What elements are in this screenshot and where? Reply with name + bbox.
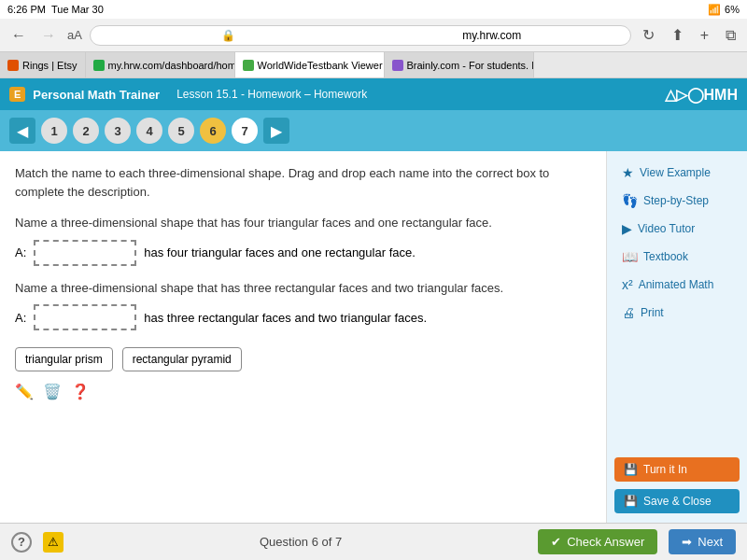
check-icon: ✔ bbox=[551, 535, 561, 549]
help-icon-button[interactable]: ❓ bbox=[71, 383, 90, 400]
bottom-bar: ? ⚠ Question 6 of 7 ✔ Check Answer ➡ Nex… bbox=[0, 523, 747, 560]
reader-button[interactable]: aA bbox=[67, 28, 82, 42]
question-btn-5[interactable]: 5 bbox=[168, 118, 194, 144]
next-icon: ➡ bbox=[682, 535, 692, 549]
question-btn-3[interactable]: 3 bbox=[105, 118, 131, 144]
browser-chrome: ← → aA 🔒 my.hrw.com ↻ ⬆ + ⧉ bbox=[0, 19, 747, 52]
textbook-button[interactable]: 📖 Textbook bbox=[614, 245, 740, 269]
tab-hrw-icon bbox=[93, 60, 105, 71]
question2-prompt: Name a three-dimensional shape that has … bbox=[15, 279, 591, 298]
video-tutor-icon: ▶ bbox=[622, 221, 632, 236]
tab-hrw-label: my.hrw.com/dashboard/home bbox=[108, 60, 235, 71]
tabs-button[interactable]: ⧉ bbox=[722, 25, 740, 46]
back-button[interactable]: ← bbox=[7, 25, 30, 46]
right-panel: ★ View Example 👣 Step-by-Step ▶ Video Tu… bbox=[607, 151, 747, 523]
animated-math-button[interactable]: x² Animated Math bbox=[614, 273, 740, 297]
tab-testbank-label: WorldWideTestbank Viewer bbox=[258, 60, 383, 71]
question-counter: Question 6 of 7 bbox=[75, 535, 527, 549]
check-answer-button[interactable]: ✔ Check Answer bbox=[538, 529, 657, 554]
instruction: Match the name to each three-dimensional… bbox=[15, 164, 591, 201]
question-btn-2[interactable]: 2 bbox=[73, 118, 99, 144]
url: my.hrw.com bbox=[363, 29, 621, 42]
time: 6:26 PM bbox=[7, 4, 46, 15]
save-close-icon: 💾 bbox=[624, 495, 638, 508]
drag-chips: triangular prism rectangular pyramid bbox=[15, 347, 591, 371]
question1-prompt: Name a three-dimensional shape that has … bbox=[15, 214, 591, 232]
wifi-icon: 📶 bbox=[708, 4, 721, 16]
tab-testbank[interactable]: WorldWideTestbank Viewer bbox=[235, 52, 385, 77]
video-tutor-button[interactable]: ▶ Video Tutor bbox=[614, 217, 740, 241]
question1-a-label: A: bbox=[15, 245, 26, 259]
video-tutor-label: Video Tutor bbox=[638, 222, 695, 235]
next-question-button[interactable]: ▶ bbox=[263, 118, 289, 144]
chip-rectangular-pyramid[interactable]: rectangular pyramid bbox=[122, 347, 242, 371]
battery: 6% bbox=[725, 4, 740, 15]
question1-drop-box[interactable] bbox=[34, 240, 136, 266]
save-close-label: Save & Close bbox=[643, 495, 712, 508]
left-panel: Match the name to each three-dimensional… bbox=[0, 151, 607, 523]
hmh-logo: △▷◯HMH bbox=[665, 86, 738, 104]
tab-brainly-label: Brainly.com - For students. By st... bbox=[407, 60, 534, 71]
textbook-label: Textbook bbox=[643, 250, 688, 263]
textbook-icon: 📖 bbox=[622, 249, 638, 264]
app-header: E Personal Math Trainer Lesson 15.1 - Ho… bbox=[0, 78, 747, 110]
address-bar[interactable]: 🔒 my.hrw.com bbox=[90, 25, 631, 46]
question2-a-label: A: bbox=[15, 311, 26, 325]
prev-question-button[interactable]: ◀ bbox=[9, 118, 35, 144]
reload-button[interactable]: ↻ bbox=[639, 24, 658, 46]
save-close-button[interactable]: 💾 Save & Close bbox=[614, 489, 740, 513]
step-by-step-label: Step-by-Step bbox=[643, 194, 709, 207]
tab-testbank-icon bbox=[243, 60, 254, 71]
app-name: Personal Math Trainer bbox=[33, 88, 160, 102]
print-button[interactable]: 🖨 Print bbox=[614, 301, 740, 325]
step-by-step-icon: 👣 bbox=[622, 193, 638, 208]
turn-in-label: Turn it In bbox=[643, 463, 687, 476]
pencil-button[interactable]: ✏️ bbox=[15, 383, 34, 400]
view-example-icon: ★ bbox=[622, 165, 634, 180]
main-content: Match the name to each three-dimensional… bbox=[0, 151, 747, 523]
tab-etsy-icon bbox=[7, 60, 19, 71]
view-example-button[interactable]: ★ View Example bbox=[614, 161, 740, 185]
step-by-step-button[interactable]: 👣 Step-by-Step bbox=[614, 189, 740, 213]
animated-math-icon: x² bbox=[622, 277, 633, 292]
question1-fill-text: has four triangular faces and one rectan… bbox=[144, 245, 416, 259]
question-btn-7[interactable]: 7 bbox=[232, 118, 258, 144]
forward-button[interactable]: → bbox=[37, 25, 60, 46]
question1-drag-row: A: has four triangular faces and one rec… bbox=[15, 240, 591, 266]
status-bar: 6:26 PM Tue Mar 30 📶 6% bbox=[0, 0, 747, 19]
question-btn-4[interactable]: 4 bbox=[136, 118, 162, 144]
lock-icon: 🔒 bbox=[100, 29, 358, 42]
app-logo: E bbox=[9, 87, 25, 102]
animated-math-label: Animated Math bbox=[639, 278, 714, 291]
add-tab-button[interactable]: + bbox=[697, 25, 712, 46]
help-button[interactable]: ? bbox=[11, 532, 32, 553]
alert-button[interactable]: ⚠ bbox=[43, 532, 63, 553]
turn-it-in-button[interactable]: 💾 Turn it In bbox=[614, 457, 740, 482]
question2: Name a three-dimensional shape that has … bbox=[15, 279, 591, 331]
toolbar-icons: ✏️ 🗑️ ❓ bbox=[15, 383, 591, 400]
print-label: Print bbox=[641, 306, 664, 319]
tab-hrw[interactable]: my.hrw.com/dashboard/home ✕ bbox=[86, 52, 235, 77]
tab-brainly[interactable]: Brainly.com - For students. By st... bbox=[385, 52, 534, 77]
check-answer-label: Check Answer bbox=[567, 535, 644, 549]
question2-fill-text: has three rectangular faces and two tria… bbox=[144, 311, 427, 325]
browser-tabs: Rings | Etsy my.hrw.com/dashboard/home ✕… bbox=[0, 52, 747, 78]
lesson-title: Lesson 15.1 - Homework – Homework bbox=[176, 88, 367, 101]
question-btn-6[interactable]: 6 bbox=[200, 118, 226, 144]
print-icon: 🖨 bbox=[622, 305, 635, 320]
question2-drag-row: A: has three rectangular faces and two t… bbox=[15, 304, 591, 330]
view-example-label: View Example bbox=[640, 166, 711, 179]
trash-button[interactable]: 🗑️ bbox=[43, 383, 62, 400]
tab-etsy-label: Rings | Etsy bbox=[22, 60, 78, 71]
tab-etsy[interactable]: Rings | Etsy bbox=[0, 52, 86, 77]
question2-drop-box[interactable] bbox=[34, 304, 136, 330]
turn-in-icon: 💾 bbox=[624, 463, 638, 476]
next-button[interactable]: ➡ Next bbox=[669, 529, 736, 554]
question-btn-1[interactable]: 1 bbox=[41, 118, 67, 144]
date: Tue Mar 30 bbox=[51, 4, 104, 15]
next-label: Next bbox=[698, 535, 723, 549]
question1: Name a three-dimensional shape that has … bbox=[15, 214, 591, 266]
share-button[interactable]: ⬆ bbox=[668, 24, 687, 46]
tab-brainly-icon bbox=[392, 60, 403, 71]
chip-triangular-prism[interactable]: triangular prism bbox=[15, 347, 113, 371]
